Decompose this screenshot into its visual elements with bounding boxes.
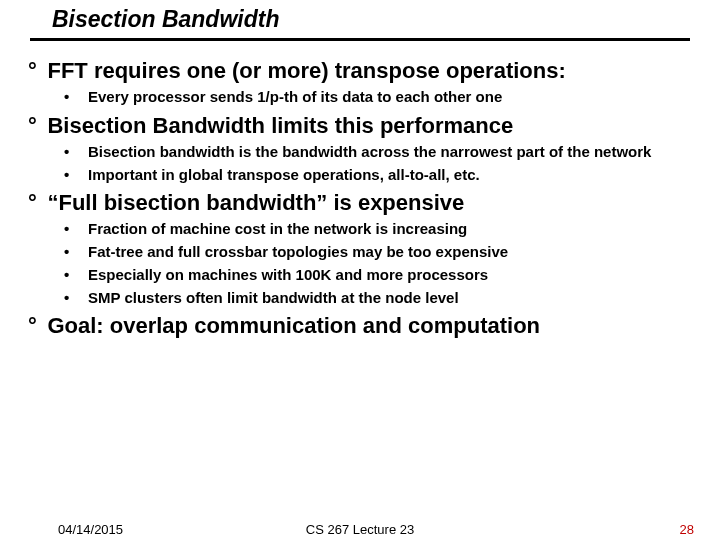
bullet-4: ° Goal: overlap communication and comput… (28, 313, 694, 339)
degree-icon: ° (28, 58, 42, 84)
bullet-3: ° “Full bisection bandwidth” is expensiv… (28, 190, 694, 216)
bullet-3-sub-4: •SMP clusters often limit bandwidth at t… (76, 289, 694, 308)
bullet-3-sub-3: •Especially on machines with 100K and mo… (76, 266, 694, 285)
slide-title: Bisection Bandwidth (52, 6, 279, 33)
dot-icon: • (76, 289, 88, 308)
footer-page-number: 28 (680, 522, 694, 537)
dot-icon: • (76, 266, 88, 285)
dot-icon: • (76, 243, 88, 262)
degree-icon: ° (28, 113, 42, 139)
bullet-2: ° Bisection Bandwidth limits this perfor… (28, 113, 694, 139)
bullet-2-sub-1-text: Bisection bandwidth is the bandwidth acr… (88, 143, 651, 160)
bullet-2-sub-2-text: Important in global transpose operations… (88, 166, 480, 183)
bullet-3-sub-2-text: Fat-tree and full crossbar topologies ma… (88, 243, 508, 260)
bullet-2-sub-2: •Important in global transpose operation… (76, 166, 694, 185)
bullet-3-sub-1: •Fraction of machine cost in the network… (76, 220, 694, 239)
bullet-3-sub-3-text: Especially on machines with 100K and mor… (88, 266, 488, 283)
dot-icon: • (76, 88, 88, 107)
dot-icon: • (76, 166, 88, 185)
bullet-3-sub-4-text: SMP clusters often limit bandwidth at th… (88, 289, 459, 306)
dot-icon: • (76, 220, 88, 239)
bullet-3-text: “Full bisection bandwidth” is expensive (47, 190, 464, 215)
bullet-2-text: Bisection Bandwidth limits this performa… (47, 113, 513, 138)
footer-center: CS 267 Lecture 23 (0, 522, 720, 537)
bullet-1-text: FFT requires one (or more) transpose ope… (47, 58, 565, 83)
title-underline (30, 38, 690, 41)
bullet-1-sub-1-text: Every processor sends 1/p-th of its data… (88, 88, 502, 105)
degree-icon: ° (28, 313, 42, 339)
bullet-1-sub-1: •Every processor sends 1/p-th of its dat… (76, 88, 694, 107)
bullet-3-sub-2: •Fat-tree and full crossbar topologies m… (76, 243, 694, 262)
dot-icon: • (76, 143, 88, 162)
bullet-4-text: Goal: overlap communication and computat… (47, 313, 540, 338)
bullet-3-sub-1-text: Fraction of machine cost in the network … (88, 220, 467, 237)
degree-icon: ° (28, 190, 42, 216)
slide: Bisection Bandwidth ° FFT requires one (… (0, 0, 720, 540)
slide-body: ° FFT requires one (or more) transpose o… (28, 52, 694, 341)
bullet-2-sub-1: •Bisection bandwidth is the bandwidth ac… (76, 143, 694, 162)
bullet-1: ° FFT requires one (or more) transpose o… (28, 58, 694, 84)
